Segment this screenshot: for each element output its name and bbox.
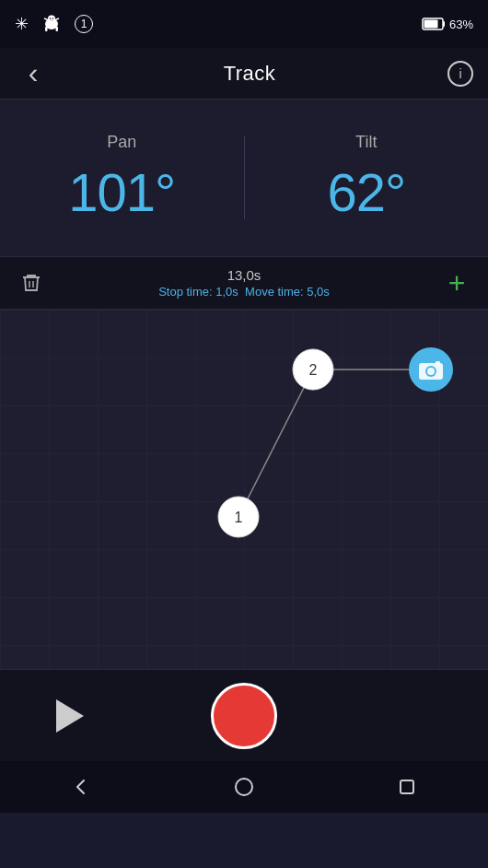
stop-move-time: Stop time: 1,0s Move time: 5,0s [158,285,330,299]
toolbar-row: 13,0s Stop time: 1,0s Move time: 5,0s + [0,256,488,310]
status-bar: ✳ 1 63% [0,0,488,48]
nav-home-button[interactable] [226,768,262,805]
circle-one-icon: 1 [75,15,93,33]
canvas-area[interactable]: 1 2 [0,310,488,669]
play-button[interactable] [46,694,90,738]
svg-text:2: 2 [309,362,318,378]
delete-button[interactable] [15,266,48,299]
pan-value: 101° [68,161,175,223]
tilt-panel: Tilt 62° [245,133,489,223]
back-button[interactable]: ‹ [15,55,52,92]
status-right-icons: 63% [422,18,473,31]
svg-rect-2 [56,27,59,31]
svg-point-8 [51,19,53,21]
battery-percent: 63% [449,18,473,31]
bluetooth-icon: ✳ [15,14,29,34]
app-status-icon [41,12,62,36]
nav-bar [0,761,488,813]
svg-rect-11 [424,20,437,29]
header: ‹ Track i [0,48,488,100]
pan-panel: Pan 101° [0,133,244,223]
track-canvas[interactable]: 1 2 [0,310,488,669]
svg-rect-1 [45,27,48,31]
status-left-icons: ✳ 1 [15,12,93,36]
svg-text:1: 1 [235,510,243,525]
play-icon [56,699,84,733]
add-button[interactable]: + [440,266,473,299]
tilt-value: 62° [327,161,405,223]
nav-recent-button[interactable] [389,768,425,805]
tilt-label: Tilt [355,133,377,152]
svg-rect-26 [436,361,440,365]
battery-indicator: 63% [422,18,473,31]
svg-rect-10 [443,21,445,27]
svg-rect-28 [401,780,413,793]
pan-label: Pan [107,133,136,152]
svg-point-27 [236,779,252,795]
toolbar-center: 13,0s Stop time: 1,0s Move time: 5,0s [158,267,330,299]
record-button[interactable] [211,683,277,749]
info-button[interactable]: i [447,61,473,87]
angle-section: Pan 101° Tilt 62° [0,100,488,256]
total-time: 13,0s [227,267,261,283]
bottom-controls [0,669,488,761]
svg-point-25 [427,368,435,375]
angle-panel: Pan 101° Tilt 62° [0,133,488,223]
svg-point-7 [52,18,54,19]
svg-point-6 [50,18,52,19]
nav-back-button[interactable] [63,768,99,805]
page-title: Track [224,62,276,86]
